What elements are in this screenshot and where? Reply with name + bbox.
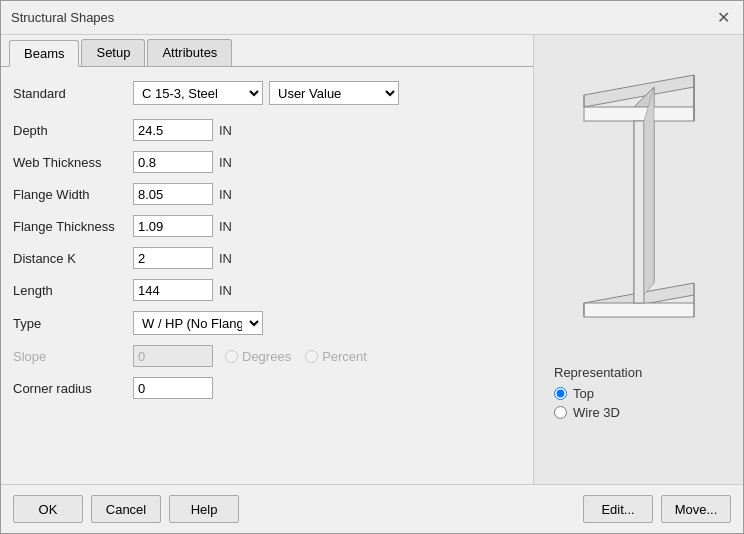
beam-preview-svg (559, 55, 719, 355)
tab-attributes[interactable]: Attributes (147, 39, 232, 66)
length-input[interactable] (133, 279, 213, 301)
right-panel: Representation Top Wire 3D (533, 35, 743, 484)
form-area: Standard C 15-3, Steel User Value Depth … (1, 67, 533, 484)
distance-k-input[interactable] (133, 247, 213, 269)
corner-radius-label: Corner radius (13, 381, 133, 396)
distance-k-label: Distance K (13, 251, 133, 266)
depth-input[interactable] (133, 119, 213, 141)
web-thickness-unit: IN (219, 155, 232, 170)
type-select[interactable]: W / HP (No Flange Slope) (133, 311, 263, 335)
web-thickness-row: Web Thickness IN (13, 151, 521, 173)
slope-row: Slope Degrees Percent (13, 345, 521, 367)
flange-width-label: Flange Width (13, 187, 133, 202)
flange-thickness-input[interactable] (133, 215, 213, 237)
tabs-bar: Beams Setup Attributes (1, 35, 533, 67)
distance-k-unit: IN (219, 251, 232, 266)
flange-width-unit: IN (219, 187, 232, 202)
flange-thickness-unit: IN (219, 219, 232, 234)
flange-width-input[interactable] (133, 183, 213, 205)
footer: OK Cancel Help Edit... Move... (1, 484, 743, 533)
structural-shapes-dialog: Structural Shapes ✕ Beams Setup Attribut… (0, 0, 744, 534)
ok-button[interactable]: OK (13, 495, 83, 523)
web-thickness-label: Web Thickness (13, 155, 133, 170)
dialog-body: Beams Setup Attributes Standard C 15-3, … (1, 35, 743, 484)
slope-degrees-label: Degrees (242, 349, 291, 364)
slope-degrees-radio[interactable] (225, 350, 238, 363)
svg-rect-3 (584, 107, 694, 121)
slope-percent-option[interactable]: Percent (305, 349, 367, 364)
corner-radius-row: Corner radius (13, 377, 521, 399)
slope-input (133, 345, 213, 367)
close-button[interactable]: ✕ (713, 8, 733, 28)
svg-rect-4 (584, 303, 694, 317)
representation-wire3d-radio[interactable] (554, 406, 567, 419)
length-row: Length IN (13, 279, 521, 301)
svg-marker-12 (644, 87, 654, 295)
representation-top-option[interactable]: Top (554, 386, 594, 401)
type-row: Type W / HP (No Flange Slope) (13, 311, 521, 335)
length-unit: IN (219, 283, 232, 298)
depth-row: Depth IN (13, 119, 521, 141)
representation-top-label: Top (573, 386, 594, 401)
svg-rect-5 (634, 121, 644, 303)
depth-unit: IN (219, 123, 232, 138)
slope-label: Slope (13, 349, 133, 364)
length-label: Length (13, 283, 133, 298)
cancel-button[interactable]: Cancel (91, 495, 161, 523)
slope-percent-radio[interactable] (305, 350, 318, 363)
shape-preview (549, 45, 729, 365)
representation-wire3d-label: Wire 3D (573, 405, 620, 420)
corner-radius-input[interactable] (133, 377, 213, 399)
user-value-select[interactable]: User Value (269, 81, 399, 105)
representation-wire3d-option[interactable]: Wire 3D (554, 405, 620, 420)
flange-thickness-label: Flange Thickness (13, 219, 133, 234)
web-thickness-input[interactable] (133, 151, 213, 173)
flange-width-row: Flange Width IN (13, 183, 521, 205)
move-button[interactable]: Move... (661, 495, 731, 523)
slope-degrees-option[interactable]: Degrees (225, 349, 291, 364)
representation-top-radio[interactable] (554, 387, 567, 400)
distance-k-row: Distance K IN (13, 247, 521, 269)
edit-button[interactable]: Edit... (583, 495, 653, 523)
slope-percent-label: Percent (322, 349, 367, 364)
representation-label: Representation (554, 365, 642, 380)
dialog-title: Structural Shapes (11, 10, 114, 25)
help-button[interactable]: Help (169, 495, 239, 523)
standard-label: Standard (13, 86, 133, 101)
depth-label: Depth (13, 123, 133, 138)
type-label: Type (13, 316, 133, 331)
tab-beams[interactable]: Beams (9, 40, 79, 67)
standard-select[interactable]: C 15-3, Steel (133, 81, 263, 105)
left-panel: Beams Setup Attributes Standard C 15-3, … (1, 35, 533, 484)
standard-row: Standard C 15-3, Steel User Value (13, 81, 521, 105)
tab-setup[interactable]: Setup (81, 39, 145, 66)
title-bar: Structural Shapes ✕ (1, 1, 743, 35)
slope-radio-group: Degrees Percent (225, 349, 367, 364)
flange-thickness-row: Flange Thickness IN (13, 215, 521, 237)
